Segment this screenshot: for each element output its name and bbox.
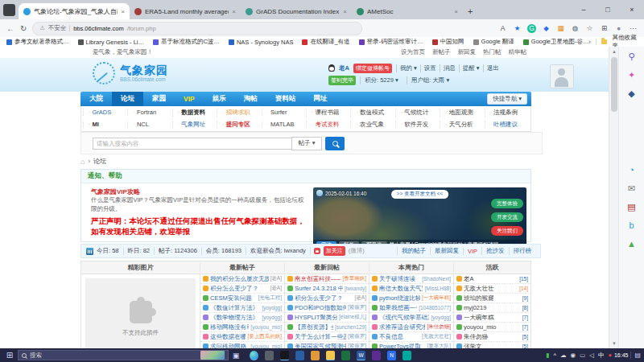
post-author[interactable]: [紫薇罗] [348, 343, 366, 348]
follow-badge[interactable]: 加关注 [324, 246, 345, 256]
user-link[interactable]: 退出 [483, 64, 502, 72]
search-button[interactable] [325, 137, 345, 150]
qq-icon[interactable] [328, 64, 335, 72]
post-title[interactable]: myj0219 [464, 304, 521, 311]
post-row[interactable]: 我的积分怎么屡次无故减少 [老A] [200, 274, 284, 284]
post-author[interactable]: [老A] [270, 275, 282, 282]
quick-nav-button[interactable]: 快捷导航 ▾ [487, 93, 527, 105]
sidebar-icon[interactable]: ◔ [629, 166, 634, 175]
stats-link[interactable]: 抢沙发 [481, 247, 509, 255]
post-title[interactable]: 一大碗年糕 [464, 314, 521, 322]
post-row[interactable]: Surfer 24.3.218 中文 [lwxandy] [285, 284, 369, 294]
toolbar-icon[interactable]: ⊞ [600, 24, 609, 33]
taskbar-app-icon[interactable]: W [357, 351, 365, 360]
toolbar-icon[interactable]: ☆ [585, 24, 594, 33]
post-title[interactable]: PDO和IPO指数如何下载 [295, 304, 346, 312]
subnav-link[interactable]: 气候统计 [395, 109, 440, 117]
banner-button[interactable]: 关注我们 [491, 226, 523, 236]
tray-icon[interactable]: ◉ [570, 352, 576, 359]
post-author[interactable]: [紫薇罗] [348, 333, 366, 340]
close-button[interactable]: × [620, 0, 644, 19]
tray-icon[interactable]: ● [608, 352, 612, 359]
post-row[interactable]: 《数值计算方法》 [yoydgg] [200, 303, 284, 313]
post-title[interactable]: youyou_mio [464, 323, 521, 331]
user-link[interactable]: 消息 [440, 64, 459, 72]
sidebar-icon[interactable]: ✦ [628, 71, 635, 80]
toolbar-icon[interactable]: A [498, 24, 507, 33]
post-title[interactable]: 《数学物理方法》 [210, 314, 260, 322]
bookmarks-overflow-icon[interactable]: › [588, 38, 591, 46]
start-button[interactable]: ⊞ [2, 351, 18, 360]
post-row[interactable]: 无敌大壮壮 [14] [454, 284, 530, 294]
post-row[interactable]: 琥珀的猴腿 [9] [454, 294, 530, 303]
post-row[interactable]: 如果我想画一个 [1048651077] [369, 303, 453, 313]
post-author[interactable]: [9] [522, 295, 528, 301]
toolbar-icon[interactable]: ⋯ [629, 24, 638, 33]
post-author[interactable]: [15] [519, 276, 528, 282]
sidebar-icon[interactable]: ⚲ [628, 52, 634, 61]
search-input[interactable] [93, 138, 291, 150]
taskbar-app-icon[interactable]: N [387, 351, 396, 360]
browser-tab[interactable]: ERA5-Land monthly averaged d… × [130, 3, 241, 19]
bookmark-item[interactable]: Google 翻译 [473, 38, 514, 46]
post-author[interactable]: [yoydgg] [431, 315, 451, 320]
subnav-link[interactable]: 数值模式 [350, 109, 394, 117]
url-domain[interactable]: bbs.06climate.com [73, 25, 124, 32]
minimize-button[interactable]: – [572, 0, 596, 19]
post-row[interactable]: 南京创蓝科技—— [香草幽妖] [285, 274, 369, 284]
subnav-link[interactable]: 考试资料 [306, 121, 350, 129]
post-row[interactable]: 这些数据在哪里找 [要上西瓜的妖] [200, 332, 284, 342]
post-row[interactable]: 南信大数值天气预报 [MissLH88] [369, 284, 453, 294]
post-row[interactable]: 求问移动网格 [youyou_mio] [200, 342, 284, 348]
bookmark-item[interactable]: 参考文献著录格式… [6, 38, 69, 46]
post-row[interactable]: 一大碗年糕 [7] [454, 313, 530, 323]
post-title[interactable]: 如果我想画一个 [379, 304, 417, 312]
post-row[interactable]: 关于怎么计算一些遥相 [紫薇罗] [285, 332, 369, 342]
tab-menu-icon[interactable] [3, 4, 15, 16]
post-author[interactable]: [朱佳勿狲] [427, 323, 451, 331]
post-title[interactable]: 不良信息 [379, 333, 420, 341]
post-title[interactable]: python绕波比较 [379, 294, 420, 302]
nav-item[interactable]: 资料站 [266, 92, 305, 106]
post-title[interactable]: 朱佳勿狲 [464, 333, 521, 341]
post-author[interactable]: [紫薇罗] [348, 304, 366, 311]
post-title[interactable]: 南信大数值天气预报 [379, 285, 423, 293]
bookmark-item[interactable]: 在线翻译_有道 [302, 38, 349, 46]
browser-tab[interactable]: AMetSoc × [352, 3, 463, 19]
toolbar-icon[interactable]: G [527, 24, 536, 33]
post-author[interactable]: [MissLH88] [424, 286, 451, 291]
tray-icon[interactable]: ▮ [546, 352, 549, 359]
subnav-link[interactable]: 地面观测 [440, 109, 484, 117]
post-author[interactable]: [重案大队] [427, 343, 451, 348]
tray-icon[interactable]: ☁ [560, 352, 567, 359]
taskbar-app-icon[interactable] [326, 351, 335, 360]
tab-close-icon[interactable]: × [454, 8, 458, 15]
taskbar-app-icon[interactable] [341, 351, 350, 360]
subnav-link[interactable]: Fortran [127, 109, 171, 116]
taskbar-app-icon[interactable] [311, 351, 320, 360]
post-title[interactable]: PowerToys提取 [379, 343, 425, 349]
notification-center-icon[interactable]: ▤ [630, 352, 641, 359]
post-row[interactable]: 不良信息 [无敌大壮壮] [369, 332, 453, 342]
tray-icon[interactable]: ^ [553, 352, 556, 359]
top-link[interactable]: 精华帖 [509, 48, 527, 56]
post-row[interactable]: 朱佳勿狲 [5] [454, 332, 530, 342]
stats-link[interactable]: 最新回复 [430, 247, 463, 255]
post-author[interactable]: [7] [522, 324, 528, 330]
subnav-link[interactable]: 农业气象 [350, 121, 394, 129]
security-label[interactable]: 不安全 [48, 24, 67, 32]
bookmark-item[interactable]: Library Genesis - Li… [78, 39, 145, 46]
stats-link[interactable]: VIP [463, 248, 481, 255]
search-highlight-image[interactable] [200, 351, 225, 360]
subnav-link[interactable]: GrADS [83, 109, 127, 116]
post-row[interactable]: 老A [15] [454, 274, 530, 284]
post-title[interactable]: 积分怎么变少了？ [295, 294, 353, 302]
post-author[interactable]: [14] [519, 286, 528, 291]
subnav-link[interactable]: 数据资料 [172, 109, 217, 117]
usergroup-label[interactable]: 用户组: 大雨 ▾ [407, 76, 454, 84]
top-link[interactable]: 新回复 [458, 48, 477, 56]
post-row[interactable]: CESM安装问题 [光电工程] [200, 294, 284, 303]
banner-doc-link[interactable]: >> 查看开发文档 << [391, 190, 449, 199]
user-avatar[interactable] [550, 64, 574, 88]
post-title[interactable]: 《现代气候学基础》 [379, 314, 429, 322]
